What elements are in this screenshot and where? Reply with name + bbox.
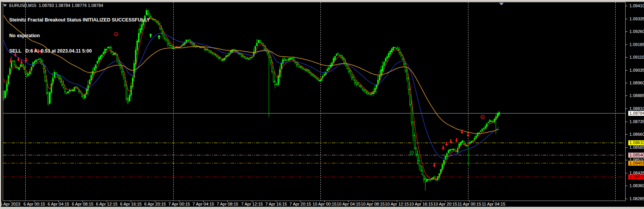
- smiley-icon: [410, 151, 414, 155]
- time-axis-label: 11 Apr 04:15: [482, 202, 506, 206]
- sell-arrow-icon: [445, 142, 448, 146]
- candle-body: [123, 72, 124, 76]
- candle-body: [166, 39, 167, 40]
- level-price-tag: 1.08540: [628, 153, 644, 158]
- candle-body: [362, 89, 363, 90]
- time-axis-label: 7 Apr 08:15: [217, 202, 238, 206]
- candle-body: [156, 22, 158, 23]
- candle-body: [205, 49, 207, 50]
- candle-body: [491, 122, 492, 122]
- candle-body: [385, 58, 386, 61]
- candle-body: [212, 53, 213, 54]
- candle-body: [466, 146, 467, 146]
- candle-body: [370, 94, 371, 94]
- candle-body: [339, 55, 340, 55]
- candle-body: [305, 69, 306, 71]
- candle-body: [302, 68, 303, 69]
- candle-body: [232, 50, 233, 52]
- candle-body: [382, 66, 383, 71]
- candle-body: [129, 95, 130, 101]
- candle-body: [356, 82, 357, 84]
- candle-body: [314, 76, 315, 77]
- candle-body: [420, 166, 421, 171]
- candle-body: [55, 73, 56, 74]
- candle-body: [218, 58, 219, 59]
- candle-body: [67, 92, 69, 93]
- candle-body: [354, 80, 355, 83]
- candle-body: [49, 93, 50, 104]
- candle-body: [261, 42, 262, 43]
- price-tick-label: 1.09185: [629, 42, 644, 47]
- candle-body: [485, 127, 486, 128]
- sell-arrow-icon: [433, 163, 436, 167]
- candle-body: [9, 68, 10, 74]
- buy-arrow-icon: [158, 35, 161, 39]
- candle-body: [169, 43, 170, 46]
- candle-body: [281, 63, 282, 69]
- candle-body: [227, 55, 228, 56]
- candle-body: [336, 54, 337, 56]
- indicator-status-line: Steinitz Fractal Breakout Status INITIAL…: [9, 18, 150, 23]
- time-axis-label: 10 Apr 04:15: [337, 202, 360, 206]
- candle-body: [273, 72, 274, 82]
- time-axis-label: 7 Apr 16:15: [265, 202, 287, 206]
- candle-body: [81, 94, 82, 97]
- candle-body: [69, 90, 70, 92]
- candle-body: [363, 89, 365, 91]
- candle-body: [92, 71, 93, 75]
- candle-body: [475, 136, 476, 138]
- candle-body: [313, 75, 314, 76]
- candle-body: [429, 179, 430, 181]
- candle-body: [365, 90, 366, 93]
- time-axis-label: 6 Apr 00:15: [23, 202, 45, 206]
- candle-body: [89, 80, 90, 84]
- candle-body: [247, 58, 248, 59]
- candle-body: [126, 86, 127, 99]
- candle-body: [408, 79, 409, 89]
- chart-area[interactable]: EURUSD,M151.08783 1.08784 1.08776 1.0878…: [1, 2, 644, 207]
- candle-body: [396, 48, 397, 49]
- candle-body: [54, 72, 55, 78]
- candle-body: [469, 142, 470, 143]
- price-tick-label: 1.08360: [629, 183, 644, 188]
- time-axis-label: 7 Apr 04:15: [192, 202, 214, 206]
- candle-body: [481, 129, 483, 130]
- candle-body: [245, 58, 246, 59]
- candle-body: [357, 83, 358, 85]
- candle-body: [153, 20, 154, 20]
- candle-body: [405, 64, 406, 71]
- price-tick-label: 1.09335: [629, 16, 644, 21]
- price-tick-label: 1.08285: [629, 196, 644, 201]
- time-axis-label: 5 Apr 2023: [0, 202, 20, 206]
- price-tick-marks: [626, 6, 628, 199]
- candle-body: [130, 86, 131, 95]
- time-axis-label: 6 Apr 12:15: [96, 202, 117, 206]
- level-price-tag: 1.08411: [628, 174, 644, 179]
- candle-body: [258, 40, 259, 43]
- candle-body: [337, 53, 338, 54]
- price-tick-label: 1.08960: [629, 81, 644, 85]
- candle-body: [347, 66, 348, 68]
- candle-body: [94, 67, 95, 71]
- symbol-marker-icon[interactable]: [3, 4, 7, 7]
- candle-body: [353, 77, 354, 80]
- candle-body: [333, 59, 334, 63]
- candle-body: [213, 54, 214, 54]
- price-tick-label: 1.08660: [629, 132, 644, 137]
- candle-body: [301, 67, 302, 67]
- candle-body: [454, 149, 455, 150]
- candle-body: [431, 179, 432, 179]
- level-price-tag: 1.08491: [628, 161, 644, 166]
- candle-body: [199, 47, 200, 48]
- candle-body: [238, 53, 239, 54]
- candle-body: [428, 179, 429, 179]
- candle-body: [244, 57, 245, 58]
- time-axis-label: 6 Apr 20:15: [144, 202, 166, 206]
- candle-body: [51, 84, 52, 92]
- candle-body: [285, 59, 286, 60]
- candle-body: [228, 54, 230, 55]
- candle-body: [317, 79, 319, 80]
- candle-body: [477, 134, 478, 136]
- candle-body: [327, 69, 328, 71]
- candle-body: [446, 154, 447, 156]
